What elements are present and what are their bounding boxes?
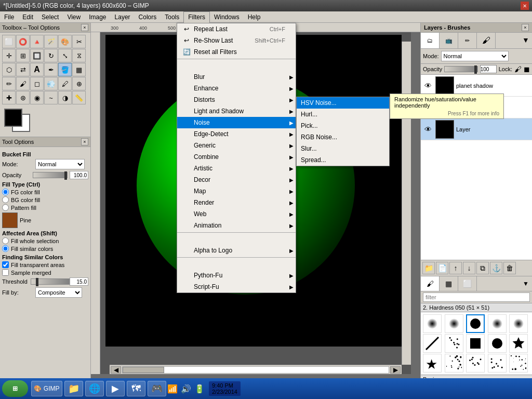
noise-spread[interactable]: Spread... xyxy=(297,154,389,166)
anchor-layer-btn[interactable]: ⚓ xyxy=(490,262,502,274)
close-button[interactable]: ✕ xyxy=(521,2,529,10)
tool-clone[interactable]: ⊕ xyxy=(72,77,86,90)
filter-animation[interactable]: Animation ▶ xyxy=(177,220,296,231)
fill-similar-radio[interactable] xyxy=(2,245,9,252)
brush-item-11[interactable] xyxy=(423,354,442,373)
brush-tab-gradients[interactable]: ⬜ xyxy=(458,276,477,291)
menu-select[interactable]: Select xyxy=(37,11,63,23)
threshold-value[interactable] xyxy=(70,277,88,286)
lock-alpha-icon[interactable]: ◼ xyxy=(524,65,530,73)
horizontal-scrollbar[interactable]: ◀ ▶ xyxy=(110,365,402,374)
filter-artistic[interactable]: Artistic ▶ xyxy=(177,163,296,174)
layer-row-layer[interactable]: 👁 Layer xyxy=(421,118,532,140)
lower-layer-btn[interactable]: ↓ xyxy=(463,262,475,274)
menu-image[interactable]: Image xyxy=(85,11,110,23)
menu-filters[interactable]: Filters xyxy=(183,11,210,23)
tool-scissors[interactable]: ✂ xyxy=(72,35,86,48)
tab-channels[interactable]: 📺 xyxy=(440,33,458,48)
vertical-scrollbar[interactable] xyxy=(402,42,411,365)
tool-align[interactable]: ⊞ xyxy=(16,49,30,62)
filter-noise[interactable]: Noise ▶ xyxy=(177,117,296,128)
layer-eye-shadow[interactable]: 👁 xyxy=(423,81,433,91)
brush-item-7[interactable] xyxy=(445,334,463,353)
menu-windows[interactable]: Windows xyxy=(210,11,244,23)
tool-smudge[interactable]: ~ xyxy=(44,91,58,104)
opacity-value[interactable] xyxy=(70,171,88,179)
scroll-thumb-h[interactable] xyxy=(123,367,164,373)
delete-layer-btn[interactable]: 🗑 xyxy=(503,262,516,274)
brush-item-10[interactable] xyxy=(509,334,528,353)
fill-whole-radio[interactable] xyxy=(2,237,9,244)
taskbar-media[interactable]: ▶ xyxy=(106,381,125,396)
filter-repeat-last[interactable]: ↩ Repeat Last Ctrl+F xyxy=(177,23,296,35)
filter-light-shadow[interactable]: Light and Shadow ▶ xyxy=(177,105,296,117)
filter-reshow-last[interactable]: ↩ Re-Show Last Shift+Ctrl+F xyxy=(177,35,296,46)
menu-help[interactable]: Help xyxy=(244,11,265,23)
taskbar-gimp[interactable]: 🎨 GIMP xyxy=(31,381,62,396)
brush-item-9[interactable] xyxy=(488,334,507,353)
filter-render[interactable]: Render ▶ xyxy=(177,197,296,208)
tool-shear[interactable]: ⧖ xyxy=(72,49,86,62)
brush-tab-brushes[interactable]: 🖌 xyxy=(421,276,440,291)
tool-fuzzy-select[interactable]: 🪄 xyxy=(44,35,58,48)
menu-colors[interactable]: Colors xyxy=(135,11,161,23)
taskbar-app5[interactable]: 🗺 xyxy=(127,381,145,396)
tool-dodge-burn[interactable]: ◑ xyxy=(58,91,72,104)
taskbar-app6[interactable]: 🎮 xyxy=(148,381,166,396)
brush-item-2[interactable] xyxy=(445,314,463,333)
brush-item-13[interactable] xyxy=(466,354,485,373)
brushes-menu-btn[interactable]: ▼ xyxy=(520,276,532,291)
new-layer-group-btn[interactable]: 📁 xyxy=(422,262,435,274)
menu-edit[interactable]: Edit xyxy=(18,11,37,23)
tool-paintbrush[interactable]: 🖌 xyxy=(16,77,30,90)
menu-layer[interactable]: Layer xyxy=(111,11,135,23)
sample-merged-check[interactable] xyxy=(2,269,9,276)
filter-map[interactable]: Map ▶ xyxy=(177,185,296,197)
tab-brushes[interactable]: 🖌 xyxy=(477,33,496,48)
tool-perspective-clone[interactable]: ⊛ xyxy=(16,91,30,104)
layers-opacity-slider[interactable] xyxy=(444,66,477,72)
menu-tools[interactable]: Tools xyxy=(161,11,183,23)
tool-blur-sharpen[interactable]: ◉ xyxy=(30,91,44,104)
pattern-preview[interactable] xyxy=(2,212,18,228)
filter-generic[interactable]: Generic ▶ xyxy=(177,140,296,151)
tool-pencil[interactable]: ✏ xyxy=(2,77,16,90)
noise-slur[interactable]: Slur... xyxy=(297,143,389,154)
filter-script-fu[interactable]: Script-Fu ▶ xyxy=(177,281,296,292)
menu-file[interactable]: File xyxy=(0,11,18,23)
lock-brush-icon[interactable]: 🖌 xyxy=(514,65,522,73)
noise-rgb[interactable]: RGB Noise... xyxy=(297,131,389,143)
fg-color-radio[interactable] xyxy=(2,189,9,195)
tab-layers[interactable]: 🗂 xyxy=(421,33,440,48)
brush-filter-input[interactable] xyxy=(423,292,530,302)
tool-ellipse-select[interactable]: ⭕ xyxy=(16,35,30,48)
foreground-color[interactable] xyxy=(4,109,22,127)
tool-measure[interactable]: 📏 xyxy=(72,91,86,104)
tool-gradient[interactable]: ▦ xyxy=(72,63,86,76)
filter-reset-all[interactable]: 🔄 Reset all Filters xyxy=(177,46,296,58)
tool-perspective[interactable]: ⬡ xyxy=(2,63,16,76)
mode-select[interactable]: Normal xyxy=(35,159,85,169)
tool-airbrush[interactable]: 💨 xyxy=(44,77,58,90)
taskbar-folder[interactable]: 📁 xyxy=(64,381,83,396)
filter-distorts[interactable]: Distorts ▶ xyxy=(177,94,296,105)
raise-layer-btn[interactable]: ↑ xyxy=(449,262,462,274)
fillby-select[interactable]: Composite xyxy=(35,287,82,298)
tool-rotate[interactable]: ↻ xyxy=(44,49,58,62)
tool-crop[interactable]: 🔲 xyxy=(30,49,44,62)
toolbox-close[interactable]: × xyxy=(81,24,88,31)
brush-item-3[interactable] xyxy=(466,314,485,333)
tool-flip[interactable]: ⇄ xyxy=(16,63,30,76)
filter-enhance[interactable]: Enhance ▶ xyxy=(177,83,296,94)
duplicate-layer-btn[interactable]: ⧉ xyxy=(476,262,489,274)
pattern-radio[interactable] xyxy=(2,204,9,211)
tool-text[interactable]: A xyxy=(30,63,44,76)
layers-opacity-input[interactable] xyxy=(480,65,497,73)
tool-eraser[interactable]: ◻ xyxy=(30,77,44,90)
noise-pick[interactable]: Pick... xyxy=(297,120,389,131)
tool-free-select[interactable]: 🔺 xyxy=(30,35,44,48)
brush-item-15[interactable] xyxy=(509,354,528,373)
layers-menu-btn[interactable]: ▼ xyxy=(520,33,532,47)
brush-item-5[interactable] xyxy=(509,314,528,333)
scroll-track-h[interactable] xyxy=(122,366,389,374)
